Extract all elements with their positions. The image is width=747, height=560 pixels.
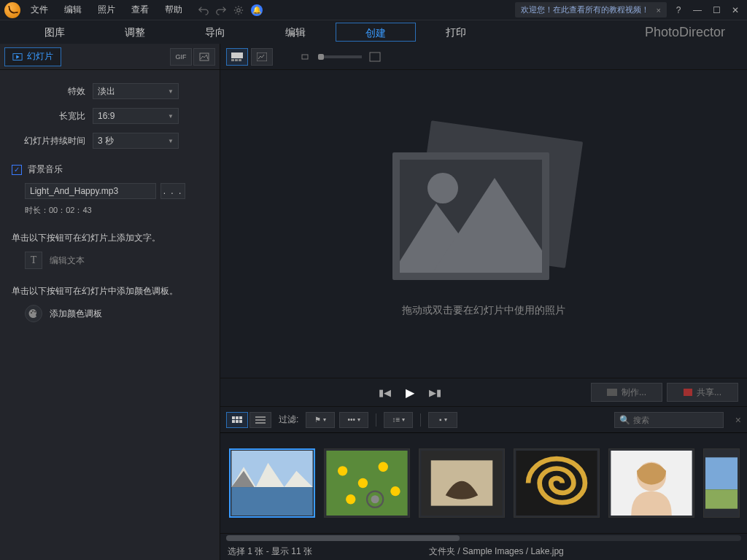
maximize-button[interactable]: ☐	[709, 5, 724, 15]
svg-point-4	[32, 311, 34, 312]
aspect-select[interactable]: 16:9	[93, 108, 179, 124]
svg-point-5	[34, 311, 36, 313]
svg-rect-16	[232, 420, 235, 423]
text-tool-icon: T	[25, 252, 42, 269]
sort-dropdown[interactable]: ↕≡	[384, 412, 413, 428]
settings-gear-icon[interactable]	[233, 5, 244, 15]
zoom-in-icon[interactable]	[369, 52, 381, 62]
aspect-label: 长宽比	[9, 110, 93, 122]
sidetab-slideshow[interactable]: 幻灯片	[4, 47, 61, 66]
svg-rect-6	[231, 52, 243, 58]
undo-icon[interactable]	[198, 5, 209, 15]
palette-hint: 单击以下按钮可在幻灯片中添加颜色调板。	[12, 285, 204, 298]
search-field[interactable]: 🔍	[614, 412, 724, 428]
svg-rect-14	[236, 416, 239, 419]
close-button[interactable]: ✕	[728, 5, 743, 15]
single-icon	[257, 52, 267, 61]
thumbnail-size-slider[interactable]	[318, 55, 362, 58]
thumb-spiral[interactable]	[514, 448, 600, 518]
titlebar-help-button[interactable]: ?	[671, 5, 686, 15]
tab-create[interactable]: 创建	[336, 23, 416, 42]
placeholder-image-icon	[392, 131, 575, 284]
edit-text-button[interactable]: 编辑文本	[50, 254, 85, 267]
svg-point-28	[390, 486, 400, 496]
sidetab-motion[interactable]	[193, 48, 215, 66]
menu-photo[interactable]: 照片	[95, 2, 118, 18]
slideshow-icon	[12, 52, 23, 62]
next-button[interactable]: ▶▮	[429, 387, 441, 398]
bgm-checkbox[interactable]: ✓	[12, 165, 22, 175]
list-view-button[interactable]	[249, 412, 271, 428]
produce-button[interactable]: 制作...	[591, 383, 662, 402]
svg-rect-11	[302, 55, 308, 59]
duration-select[interactable]: 3 秒	[93, 133, 179, 149]
filmstrip-scrollbar[interactable]	[226, 535, 741, 541]
filmstrip	[220, 433, 747, 534]
thumb-flowers[interactable]	[324, 448, 410, 518]
palette-icon	[25, 305, 42, 322]
play-button[interactable]: ▶	[406, 386, 414, 400]
zoom-out-icon[interactable]	[301, 52, 311, 61]
filter-flag-dropdown[interactable]: ⚑	[306, 412, 335, 428]
redo-icon[interactable]	[216, 5, 226, 15]
svg-point-26	[358, 478, 368, 488]
status-path: 文件夹 / Sample Images / Lake.jpg	[429, 545, 564, 558]
preview-drop-area[interactable]: 拖动或双击要在幻灯片中使用的照片	[220, 70, 747, 378]
search-input[interactable]	[633, 416, 734, 424]
bgm-file-field[interactable]: Light_And_Happy.mp3	[25, 183, 156, 199]
status-selection: 选择 1 张 - 显示 11 张	[228, 545, 312, 558]
tab-adjust[interactable]: 调整	[95, 23, 175, 42]
welcome-text: 欢迎您！在此查看所有的教程视频！	[521, 4, 649, 15]
sidetab-slideshow-label: 幻灯片	[27, 50, 53, 63]
add-palette-button[interactable]: 添加颜色调板	[50, 308, 102, 320]
svg-rect-18	[239, 420, 242, 423]
grid-view-button[interactable]	[226, 412, 248, 428]
svg-rect-38	[705, 489, 738, 508]
svg-rect-17	[236, 420, 239, 423]
minimize-button[interactable]: —	[690, 5, 705, 15]
menu-edit[interactable]: 编辑	[61, 2, 85, 18]
svg-rect-37	[705, 457, 738, 489]
prev-button[interactable]: ▮◀	[379, 387, 391, 398]
bgm-browse-button[interactable]: . . .	[160, 183, 185, 199]
menu-file[interactable]: 文件	[28, 2, 51, 18]
svg-point-29	[346, 494, 355, 504]
bgm-label: 背景音乐	[28, 163, 63, 176]
menu-view[interactable]: 查看	[128, 2, 152, 18]
text-hint: 单击以下按钮可在幻灯片上添加文字。	[12, 232, 204, 244]
search-icon: 🔍	[619, 415, 630, 425]
stack-dropdown[interactable]: ▪	[428, 412, 457, 428]
viewmode-single-button[interactable]	[251, 48, 273, 66]
svg-rect-20	[255, 419, 266, 421]
effect-select[interactable]: 淡出	[93, 83, 179, 99]
app-logo-icon	[4, 2, 20, 18]
filter-rating-dropdown[interactable]: •••	[339, 412, 368, 428]
tab-library[interactable]: 图库	[15, 23, 95, 42]
share-icon	[684, 389, 692, 396]
svg-point-27	[379, 462, 388, 472]
welcome-banner[interactable]: 欢迎您！在此查看所有的教程视频！ ×	[515, 2, 667, 18]
sidetab-gif[interactable]: GIF	[170, 48, 192, 66]
main-menu: 文件 编辑 照片 查看 帮助	[28, 2, 185, 18]
brand-label: PhotoDirector	[645, 25, 732, 40]
thumb-landscape[interactable]	[703, 448, 740, 518]
svg-rect-12	[370, 52, 380, 61]
bgm-duration: 时长：00：02：43	[25, 205, 211, 216]
search-clear-button[interactable]: ×	[735, 414, 741, 426]
share-button[interactable]: 共享...	[667, 383, 738, 402]
svg-rect-7	[231, 59, 234, 61]
svg-rect-10	[257, 52, 267, 61]
tab-print[interactable]: 打印	[416, 23, 496, 42]
welcome-close-icon[interactable]: ×	[657, 6, 661, 15]
thumb-lake[interactable]	[229, 448, 315, 518]
svg-point-30	[371, 495, 379, 503]
notification-bell-icon[interactable]: 🔔	[251, 4, 263, 16]
svg-rect-19	[255, 416, 266, 418]
tab-edit[interactable]: 编辑	[255, 23, 336, 42]
menu-help[interactable]: 帮助	[162, 2, 185, 18]
viewmode-filmstrip-button[interactable]	[226, 48, 248, 66]
svg-rect-13	[232, 416, 235, 419]
thumb-boat[interactable]	[419, 448, 505, 518]
tab-guide[interactable]: 导向	[175, 23, 255, 42]
thumb-portrait[interactable]	[608, 448, 694, 518]
